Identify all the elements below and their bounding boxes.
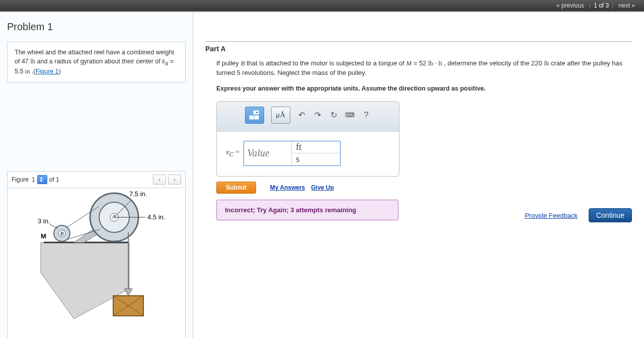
unit-lb: lb xyxy=(30,58,35,65)
problem-statement-box: The wheel and the attached reel have a c… xyxy=(7,42,186,82)
figure-image: A 7.5 in. 4.5 in. B 3 in. M xyxy=(7,188,186,338)
svg-text:B: B xyxy=(60,231,63,236)
part-title: Part A xyxy=(205,45,632,53)
problem-text: .( xyxy=(30,68,36,75)
svg-text:3 in.: 3 in. xyxy=(38,217,50,225)
separator: | xyxy=(589,2,591,9)
svg-line-15 xyxy=(50,224,58,228)
var-kA: kA xyxy=(162,58,168,65)
figure-stepper-icon[interactable] xyxy=(37,175,47,184)
keyboard-icon[interactable]: ⌨ xyxy=(345,110,355,120)
figure-link[interactable]: Figure 1 xyxy=(36,68,59,75)
value-input[interactable] xyxy=(244,141,291,165)
footer-actions: Provide Feedback Continue xyxy=(525,208,632,222)
reset-icon[interactable]: ↻ xyxy=(329,110,338,120)
question-text: If pulley B that is attached to the moto… xyxy=(205,59,632,78)
figure-label: Figure xyxy=(12,176,29,183)
fraction-template-icon xyxy=(249,110,261,120)
redo-icon[interactable]: ↷ xyxy=(313,110,322,120)
page-position: 1 of 3 xyxy=(594,2,609,9)
answer-entry-row: vC = ft s xyxy=(217,132,399,176)
provide-feedback-link[interactable]: Provide Feedback xyxy=(525,212,578,219)
top-nav-bar: « previous | 1 of 3 | next » xyxy=(0,0,644,12)
svg-text:7.5 in.: 7.5 in. xyxy=(129,190,147,198)
feedback-message: Incorrect; Try Again; 3 attempts remaini… xyxy=(216,200,398,220)
units-fraction[interactable]: ft s xyxy=(291,141,340,165)
svg-text:4.5 in.: 4.5 in. xyxy=(147,213,165,221)
figure-next-button[interactable]: › xyxy=(168,175,181,185)
next-link[interactable]: next » xyxy=(618,2,635,9)
equation-toolbar: μÅ ↶ ↷ ↻ ⌨ ? xyxy=(217,102,399,132)
value-units-field: ft s xyxy=(244,141,341,166)
unit-numerator[interactable]: ft xyxy=(292,141,340,153)
figure-total: of 1 xyxy=(49,176,59,183)
problem-title: Problem 1 xyxy=(7,21,186,33)
answer-instruction: Express your answer with the appropriate… xyxy=(205,85,632,92)
submit-button[interactable]: Submit xyxy=(216,182,256,194)
svg-rect-27 xyxy=(255,116,259,119)
figure-prev-button[interactable]: ‹ xyxy=(153,175,166,185)
prev-link[interactable]: « previous xyxy=(556,2,584,9)
give-up-link[interactable]: Give Up xyxy=(311,184,334,191)
unit-lbft: lb · ft xyxy=(428,59,442,67)
unit-in: in xyxy=(25,68,30,75)
figure-selector-bar: Figure 1 of 1 ‹ › xyxy=(7,171,186,188)
svg-rect-25 xyxy=(256,112,258,113)
problem-text: and a radius of gyration about their cen… xyxy=(35,58,162,65)
var-M: M xyxy=(406,59,412,67)
unit-lb: lb xyxy=(544,59,549,67)
action-row: Submit My AnswersGive Up xyxy=(216,182,632,194)
help-icon[interactable]: ? xyxy=(362,110,371,120)
left-panel: Problem 1 The wheel and the attached ree… xyxy=(0,12,193,338)
unit-denominator[interactable]: s xyxy=(292,153,340,165)
separator: | xyxy=(612,2,613,9)
my-answers-link[interactable]: My Answers xyxy=(270,184,305,191)
template-button[interactable] xyxy=(245,107,264,124)
svg-marker-20 xyxy=(124,289,132,296)
answer-variable: vC = xyxy=(226,148,239,158)
svg-rect-26 xyxy=(250,116,254,119)
svg-text:M: M xyxy=(41,232,46,240)
right-panel: Part A If pulley B that is attached to t… xyxy=(193,12,644,338)
figure-index: 1 xyxy=(32,176,35,183)
units-button[interactable]: μÅ xyxy=(271,107,290,124)
continue-button[interactable]: Continue xyxy=(589,208,632,222)
problem-text: ) xyxy=(59,68,61,75)
undo-icon[interactable]: ↶ xyxy=(297,110,306,120)
answer-input-box: μÅ ↶ ↷ ↻ ⌨ ? vC = ft s xyxy=(216,101,399,177)
part-divider xyxy=(205,41,632,42)
